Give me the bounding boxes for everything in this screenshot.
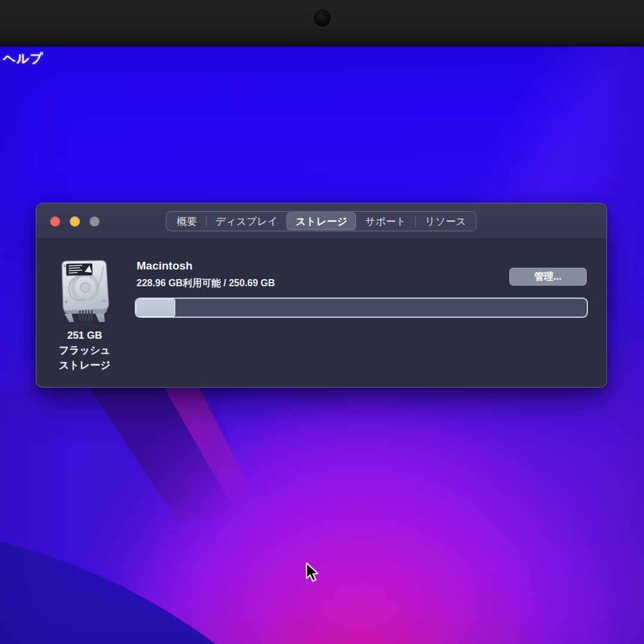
zoom-button-disabled: [89, 216, 100, 227]
volume-name: Macintosh: [137, 259, 193, 273]
storage-bar-used: [136, 299, 175, 317]
hard-drive-icon: [56, 259, 113, 326]
webcam-icon: [314, 10, 331, 27]
disk-label-line3: ストレージ: [40, 358, 129, 373]
disk-capacity-label: 251 GB フラッシュ ストレージ: [40, 328, 129, 373]
storage-usage-bar: [135, 298, 588, 318]
tab-overview[interactable]: 概要: [168, 212, 206, 230]
photo-of-screen: ヘルプ 概要 ディスプレイ ストレージ サポート リソース: [0, 0, 644, 644]
disk-label-line1: 251 GB: [40, 328, 129, 343]
menu-item-help[interactable]: ヘルプ: [3, 50, 43, 67]
storage-pane: 251 GB フラッシュ ストレージ Macintosh 228.96 GB利用…: [36, 240, 606, 388]
desktop: ヘルプ 概要 ディスプレイ ストレージ サポート リソース: [0, 47, 644, 644]
arrow-cursor: [302, 561, 321, 584]
menu-bar: ヘルプ: [0, 47, 644, 67]
display-bezel: [0, 0, 644, 47]
tab-resources[interactable]: リソース: [416, 212, 475, 230]
about-this-mac-window: 概要 ディスプレイ ストレージ サポート リソース: [36, 203, 607, 388]
tab-displays[interactable]: ディスプレイ: [206, 212, 286, 230]
close-button[interactable]: [50, 216, 60, 227]
window-titlebar[interactable]: 概要 ディスプレイ ストレージ サポート リソース: [36, 203, 606, 239]
disk-label-line2: フラッシュ: [40, 343, 129, 358]
minimize-button[interactable]: [70, 216, 80, 227]
tab-bar: 概要 ディスプレイ ストレージ サポート リソース: [166, 211, 476, 231]
manage-button[interactable]: 管理...: [509, 268, 587, 286]
tab-storage[interactable]: ストレージ: [287, 212, 357, 230]
volume-available-text: 228.96 GB利用可能 / 250.69 GB: [137, 277, 275, 290]
tab-support[interactable]: サポート: [356, 212, 415, 230]
